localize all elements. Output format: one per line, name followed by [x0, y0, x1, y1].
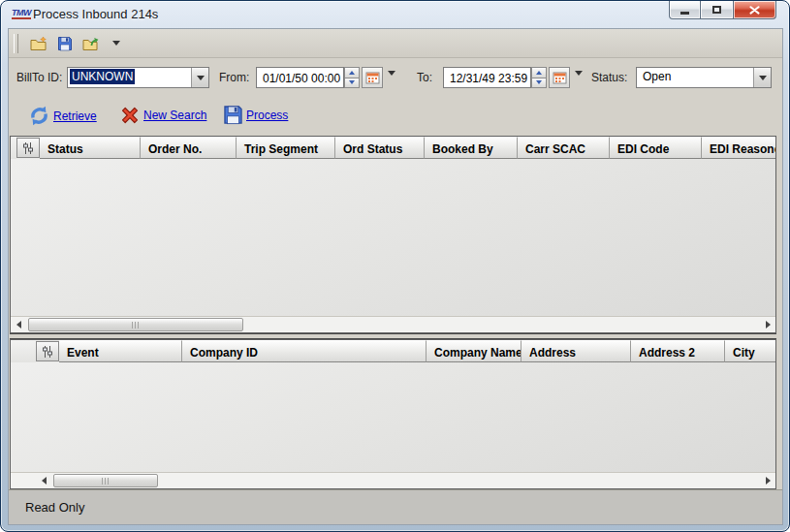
- status-dropdown-button[interactable]: [753, 68, 771, 87]
- titlebar[interactable]: TMW Process Inbound 214s: [1, 1, 789, 28]
- grid2-column-header-company-id[interactable]: Company ID: [182, 340, 427, 362]
- status-selected-text: Open: [639, 69, 675, 84]
- grid2-column-header-address-2[interactable]: Address 2: [631, 340, 725, 362]
- save-disk-icon: [223, 105, 243, 125]
- caption-buttons: [669, 1, 776, 19]
- status-combobox[interactable]: Open: [636, 67, 772, 88]
- arrow-left-icon: [16, 321, 21, 329]
- new-button[interactable]: [25, 32, 51, 55]
- process-label: Process: [246, 109, 288, 122]
- status-value: Open: [637, 68, 753, 87]
- maximize-button[interactable]: [701, 1, 733, 19]
- maximize-icon: [712, 6, 721, 14]
- export-folder-icon: [82, 36, 100, 51]
- billto-label: BillTo ID:: [16, 71, 62, 84]
- to-spin-down-button[interactable]: [531, 78, 547, 89]
- grid2-column-header-address[interactable]: Address: [521, 340, 631, 362]
- arrow-left-icon: [42, 477, 47, 485]
- from-spin-down-button[interactable]: [344, 78, 360, 89]
- scroll-left-button[interactable]: [36, 474, 51, 487]
- to-date-input[interactable]: 12/31/49 23:59: [443, 67, 531, 88]
- to-label: To:: [417, 71, 432, 84]
- refresh-icon: [28, 105, 50, 127]
- process-button[interactable]: Process: [223, 105, 288, 125]
- status-label: Status:: [591, 71, 627, 84]
- from-calendar-button[interactable]: [362, 67, 383, 88]
- new-search-button[interactable]: New Search: [119, 105, 206, 126]
- from-label: From:: [219, 71, 249, 84]
- minimize-button[interactable]: [669, 1, 701, 19]
- grid1-column-header-edi-reasonco[interactable]: EDI Reasonco: [702, 137, 775, 159]
- new-folder-icon: [30, 36, 47, 51]
- retrieve-button[interactable]: Retrieve: [28, 105, 97, 127]
- orders-grid-body[interactable]: [11, 159, 775, 316]
- grid1-column-header-edi-code[interactable]: EDI Code: [610, 137, 702, 159]
- events-grid-column-chooser-button[interactable]: [36, 341, 59, 361]
- toolbar-overflow-button[interactable]: [109, 37, 124, 49]
- from-calendar-dropdown-button[interactable]: [388, 76, 395, 93]
- thumb-grip-icon: [102, 478, 111, 485]
- toolbar-grip[interactable]: [14, 34, 18, 53]
- grid1-column-header-ord-status[interactable]: Ord Status: [335, 137, 425, 159]
- save-button[interactable]: [51, 32, 78, 55]
- billto-dropdown-button[interactable]: [191, 68, 208, 87]
- from-spin-up-button[interactable]: [344, 67, 360, 78]
- grid2-column-header-company-name[interactable]: Company Name: [427, 340, 521, 362]
- grid2-column-header-event[interactable]: Event: [59, 340, 182, 362]
- chevron-down-icon: [388, 71, 395, 92]
- to-spinner: [531, 67, 547, 88]
- to-calendar-dropdown-button[interactable]: [575, 76, 583, 93]
- window-title: Process Inbound 214s: [33, 7, 158, 21]
- scroll-thumb[interactable]: [28, 318, 243, 331]
- column-chooser-icon: [21, 141, 35, 155]
- billto-selected-text: UNKNOWN: [70, 69, 135, 84]
- grid1-column-header-carr-scac[interactable]: Carr SCAC: [518, 137, 610, 159]
- spin-down-icon: [536, 80, 542, 84]
- actions-bar: Retrieve New Search Process: [9, 97, 782, 136]
- chevron-down-icon: [112, 41, 120, 46]
- from-spinner: [344, 67, 360, 88]
- save-icon: [57, 36, 73, 51]
- orders-grid-header: StatusOrder No.Trip SegmentOrd StatusBoo…: [11, 137, 775, 159]
- close-button[interactable]: [733, 1, 776, 19]
- new-search-label: New Search: [143, 109, 206, 122]
- grid1-column-header-booked-by[interactable]: Booked By: [425, 137, 518, 159]
- arrow-right-icon: [766, 321, 771, 329]
- filter-bar: BillTo ID: UNKNOWN From: 01/01/50 00:00: [9, 58, 782, 97]
- scroll-thumb[interactable]: [53, 474, 158, 487]
- grid1-column-header-trip-segment[interactable]: Trip Segment: [237, 137, 335, 159]
- events-grid-header: EventCompany IDCompany NameAddressAddres…: [11, 340, 775, 362]
- client-area: BillTo ID: UNKNOWN From: 01/01/50 00:00: [8, 28, 783, 525]
- orders-grid-hscrollbar[interactable]: [11, 316, 775, 332]
- spin-up-icon: [349, 71, 355, 75]
- grid-header-spacer: [11, 340, 36, 362]
- chevron-down-icon: [759, 76, 767, 80]
- status-text: Read Only: [25, 500, 84, 515]
- spin-up-icon: [536, 71, 542, 75]
- close-icon: [749, 6, 760, 15]
- events-grid-body[interactable]: [11, 362, 775, 472]
- grid2-column-header-city[interactable]: City: [725, 340, 775, 362]
- events-grid-hscrollbar[interactable]: [11, 472, 775, 488]
- to-calendar-button[interactable]: [549, 67, 570, 88]
- calendar-icon: [553, 71, 567, 84]
- thumb-grip-icon: [132, 322, 141, 329]
- retrieve-label: Retrieve: [53, 110, 97, 123]
- to-spin-up-button[interactable]: [531, 67, 547, 78]
- scroll-right-button[interactable]: [760, 318, 775, 331]
- chevron-down-icon: [197, 76, 205, 80]
- app-logo-icon: TMW: [12, 9, 31, 19]
- orders-grid: StatusOrder No.Trip SegmentOrd StatusBoo…: [10, 136, 776, 333]
- calendar-icon: [365, 71, 380, 84]
- billto-value: UNKNOWN: [68, 68, 191, 87]
- red-x-icon: [119, 105, 141, 126]
- scroll-right-button[interactable]: [760, 474, 775, 487]
- minimize-icon: [680, 12, 689, 15]
- grid1-column-header-order-no-[interactable]: Order No.: [141, 137, 237, 159]
- billto-combobox[interactable]: UNKNOWN: [67, 67, 209, 88]
- orders-grid-column-chooser-button[interactable]: [16, 138, 40, 158]
- grid1-column-header-status[interactable]: Status: [40, 137, 141, 159]
- export-button[interactable]: [78, 32, 104, 55]
- scroll-left-button[interactable]: [11, 318, 26, 331]
- from-date-input[interactable]: 01/01/50 00:00: [256, 67, 344, 88]
